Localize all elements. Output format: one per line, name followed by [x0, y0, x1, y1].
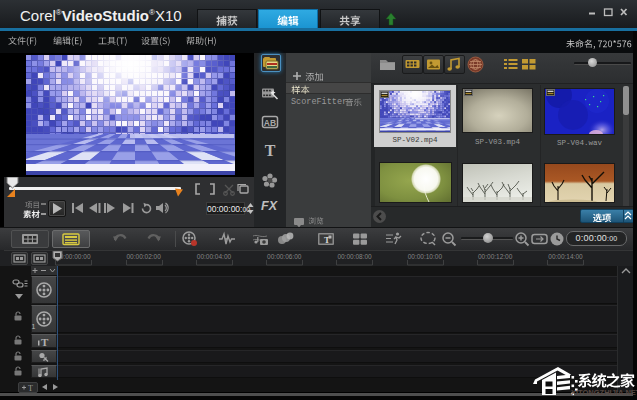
- svg-text:T: T: [28, 384, 33, 392]
- svg-text:T: T: [265, 142, 276, 158]
- svg-text:AB: AB: [264, 118, 276, 128]
- svg-text:T: T: [41, 336, 49, 347]
